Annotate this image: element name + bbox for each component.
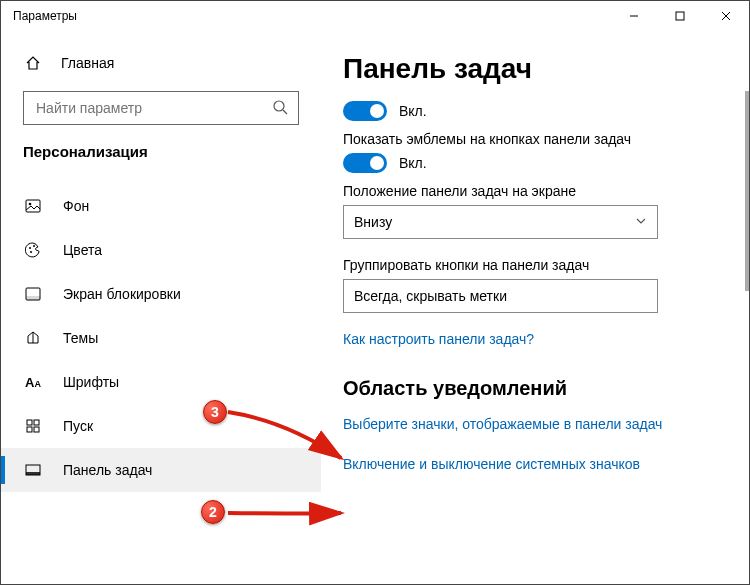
scrollbar[interactable] [745, 91, 749, 291]
lockscreen-icon [23, 287, 43, 301]
sidebar-item-colors[interactable]: Цвета [1, 228, 321, 272]
sidebar-item-start[interactable]: Пуск [1, 404, 321, 448]
svg-rect-18 [26, 472, 40, 475]
maximize-button[interactable] [657, 1, 703, 31]
svg-rect-6 [26, 200, 40, 212]
position-label: Положение панели задач на экране [343, 183, 721, 199]
search-input[interactable] [23, 91, 299, 125]
window-controls [611, 1, 749, 31]
svg-line-5 [283, 110, 287, 114]
select-value: Всегда, скрывать метки [354, 288, 507, 304]
sidebar-item-label: Экран блокировки [63, 286, 181, 302]
svg-rect-12 [26, 296, 40, 300]
sidebar-item-label: Темы [63, 330, 98, 346]
minimize-button[interactable] [611, 1, 657, 31]
start-icon [23, 419, 43, 433]
sidebar-item-themes[interactable]: Темы [1, 316, 321, 360]
toggle-row-2: Вкл. [343, 153, 721, 173]
sidebar-item-label: Шрифты [63, 374, 119, 390]
svg-rect-16 [34, 427, 39, 432]
page-title: Панель задач [343, 53, 721, 85]
home-icon [23, 55, 43, 71]
main-panel: Панель задач Вкл. Показать эмблемы на кн… [321, 31, 749, 584]
sidebar-item-lockscreen[interactable]: Экран блокировки [1, 272, 321, 316]
group-label: Группировать кнопки на панели задач [343, 257, 721, 273]
palette-icon [23, 242, 43, 258]
sidebar-item-label: Цвета [63, 242, 102, 258]
svg-rect-13 [27, 420, 32, 425]
group-select[interactable]: Всегда, скрывать метки [343, 279, 658, 313]
search-field[interactable] [34, 99, 272, 117]
select-value: Внизу [354, 214, 392, 230]
sidebar-item-label: Пуск [63, 418, 93, 434]
taskbar-icon [23, 464, 43, 476]
callout-2: 2 [201, 500, 225, 524]
content: Главная Персонализация Фон Цвета Экран б… [1, 31, 749, 584]
picture-icon [23, 199, 43, 213]
link-select-icons[interactable]: Выберите значки, отображаемые в панели з… [343, 416, 721, 432]
toggle-label: Вкл. [399, 155, 427, 171]
svg-point-7 [29, 203, 32, 206]
titlebar: Параметры [1, 1, 749, 31]
sidebar: Главная Персонализация Фон Цвета Экран б… [1, 31, 321, 584]
svg-rect-1 [676, 12, 684, 20]
sidebar-item-fonts[interactable]: AA Шрифты [1, 360, 321, 404]
home-label: Главная [61, 55, 114, 71]
svg-rect-14 [34, 420, 39, 425]
sidebar-item-label: Фон [63, 198, 89, 214]
svg-rect-15 [27, 427, 32, 432]
toggle-label: Вкл. [399, 103, 427, 119]
search-icon [272, 99, 288, 118]
position-select[interactable]: Внизу [343, 205, 658, 239]
settings-window: Параметры Главная [0, 0, 750, 585]
svg-point-10 [33, 245, 35, 247]
window-title: Параметры [13, 9, 77, 23]
link-system-icons[interactable]: Включение и выключение системных значков [343, 456, 721, 472]
close-button[interactable] [703, 1, 749, 31]
toggle-switch[interactable] [343, 101, 387, 121]
svg-point-8 [29, 247, 31, 249]
fonts-icon: AA [23, 375, 43, 390]
svg-point-4 [274, 101, 284, 111]
category-label: Персонализация [1, 143, 321, 160]
callout-3: 3 [203, 400, 227, 424]
sidebar-item-label: Панель задач [63, 462, 152, 478]
svg-point-9 [30, 251, 32, 253]
badges-label: Показать эмблемы на кнопках панели задач [343, 131, 721, 147]
themes-icon [23, 330, 43, 346]
sidebar-item-taskbar[interactable]: Панель задач [1, 448, 321, 492]
toggle-row-1: Вкл. [343, 101, 721, 121]
home-link[interactable]: Главная [1, 43, 321, 83]
section-heading: Область уведомлений [343, 377, 721, 400]
toggle-switch[interactable] [343, 153, 387, 173]
sidebar-item-background[interactable]: Фон [1, 184, 321, 228]
chevron-down-icon [635, 214, 647, 230]
help-link[interactable]: Как настроить панели задач? [343, 331, 721, 347]
